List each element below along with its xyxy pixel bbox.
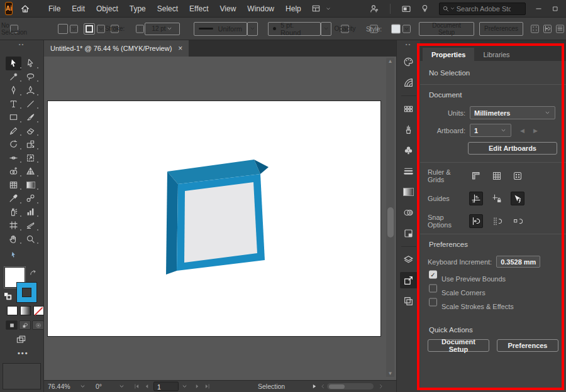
panel-icon-swatches[interactable] xyxy=(400,101,418,117)
chevron-down-icon[interactable] xyxy=(321,22,331,36)
edit-toolbar-ellipsis[interactable]: ••• xyxy=(18,349,29,357)
document-setup-button[interactable]: Document Setup xyxy=(428,339,489,352)
horizontal-scroll-thumb[interactable] xyxy=(329,384,345,389)
variable-width-profile-dropdown[interactable]: Uniform xyxy=(194,22,247,36)
draw-behind-button[interactable] xyxy=(19,320,31,330)
last-artboard-icon[interactable] xyxy=(204,383,211,390)
draw-inside-button[interactable] xyxy=(32,320,44,330)
stock-search-input[interactable] xyxy=(455,4,512,13)
draw-normal-button[interactable] xyxy=(6,320,18,330)
horizontal-scrollbar[interactable] xyxy=(327,383,374,389)
tool-perspective-grid[interactable] xyxy=(23,165,38,178)
dock-grip-dots[interactable]: •• xyxy=(0,41,43,47)
tool-pen[interactable] xyxy=(6,84,21,97)
panel-icon-color[interactable] xyxy=(400,53,418,70)
stroke-color-swatch[interactable] xyxy=(84,23,95,35)
panel-icon-symbols[interactable] xyxy=(400,142,418,158)
preferences-button[interactable]: Preferences xyxy=(497,339,558,352)
tool-lasso[interactable] xyxy=(23,70,38,84)
menu-effect[interactable]: Effect xyxy=(184,4,214,13)
show-guides-button[interactable] xyxy=(469,192,483,205)
tool-hand[interactable] xyxy=(6,232,21,246)
checkbox-use-preview-bounds[interactable]: ✓ xyxy=(429,271,437,279)
share-for-review-icon[interactable] xyxy=(369,4,379,14)
minimize-button[interactable] xyxy=(531,0,547,17)
tool-direct-selection[interactable] xyxy=(23,57,38,70)
tool-rectangle[interactable] xyxy=(6,111,21,124)
tool-magic-wand[interactable] xyxy=(6,70,21,84)
tool-free-transform[interactable] xyxy=(23,151,38,165)
menu-edit[interactable]: Edit xyxy=(66,4,91,13)
tool-paintbrush[interactable] xyxy=(23,111,38,124)
stroke-weight-dropdown[interactable]: 12 pt xyxy=(145,23,180,35)
scroll-right-icon[interactable] xyxy=(377,383,384,390)
menu-view[interactable]: View xyxy=(214,4,242,13)
artboard-navigation-field[interactable]: 1 xyxy=(153,382,179,391)
panel-icon-artboards[interactable] xyxy=(400,293,418,309)
status-expand-icon[interactable] xyxy=(311,383,318,390)
checkbox-scale-strokes-effects[interactable] xyxy=(429,298,437,307)
tool-gradient[interactable] xyxy=(23,178,38,192)
style-swatch[interactable] xyxy=(391,24,401,33)
tool-symbol-sprayer[interactable] xyxy=(6,205,21,219)
panel-icon-color-guide[interactable] xyxy=(400,74,418,90)
tool-mesh[interactable] xyxy=(6,178,21,192)
tool-eyedropper[interactable] xyxy=(6,192,21,205)
menu-file[interactable]: File xyxy=(43,4,66,13)
rotation-value[interactable]: 0° xyxy=(96,383,102,390)
default-fill-stroke-icon[interactable] xyxy=(3,291,12,300)
pixel-grid-button[interactable] xyxy=(511,169,524,183)
smart-guides-button[interactable] xyxy=(511,192,524,205)
vertical-scrollbar[interactable]: ▲ ▼ xyxy=(386,58,394,377)
panel-icon-transparency[interactable] xyxy=(400,204,418,220)
chevron-down-icon[interactable] xyxy=(325,6,331,12)
snap-options-icon[interactable] xyxy=(543,24,552,33)
vertical-scroll-thumb[interactable] xyxy=(387,207,394,237)
preferences-button[interactable]: Preferences xyxy=(479,22,523,36)
checkbox-scale-corners[interactable] xyxy=(429,285,437,293)
menu-type[interactable]: Type xyxy=(124,4,152,13)
illustrator-app-icon[interactable]: Ai xyxy=(5,2,13,15)
zoom-level[interactable]: 76.44% xyxy=(48,383,70,390)
canvas[interactable]: ▲ ▼ xyxy=(44,57,396,380)
tool-selection[interactable] xyxy=(6,57,21,70)
menu-window[interactable]: Window xyxy=(241,4,280,13)
artwork-3d-square[interactable] xyxy=(164,157,274,280)
fill-color-swatch[interactable] xyxy=(58,24,68,34)
scroll-down-icon[interactable]: ▼ xyxy=(386,371,394,376)
tool-type[interactable] xyxy=(6,97,21,111)
opacity-link[interactable]: Opacity xyxy=(341,24,349,33)
gradient-mode-button[interactable] xyxy=(20,306,31,315)
next-artboard-icon[interactable] xyxy=(194,383,201,390)
chevron-down-icon[interactable] xyxy=(402,24,411,33)
stock-search-box[interactable] xyxy=(439,3,526,15)
document-setup-button[interactable]: Document Setup xyxy=(419,22,474,36)
keyboard-increment-field[interactable]: 0.3528 mm xyxy=(496,256,540,268)
edit-artboards-button[interactable]: Edit Artboards xyxy=(468,142,557,155)
chevron-down-icon[interactable] xyxy=(118,383,125,390)
chevron-down-icon[interactable] xyxy=(79,383,86,390)
stroke-proxy-swatch[interactable] xyxy=(17,283,36,302)
snap-to-point-button[interactable] xyxy=(469,214,483,228)
tool-artboard[interactable] xyxy=(6,219,21,232)
tool-rotate[interactable] xyxy=(6,138,21,151)
chevron-down-icon[interactable] xyxy=(247,22,258,36)
panel-icon-graphic-styles[interactable] xyxy=(400,225,418,241)
panel-icon-brushes[interactable] xyxy=(400,121,418,138)
menu-object[interactable]: Object xyxy=(91,4,124,13)
scroll-left-icon[interactable] xyxy=(319,383,326,390)
dock-grip-dots[interactable]: •• xyxy=(397,41,420,47)
tool-shaper[interactable] xyxy=(6,124,21,138)
tool-shape-builder[interactable] xyxy=(6,165,21,178)
none-mode-button[interactable] xyxy=(33,306,44,315)
swap-fill-stroke-icon[interactable] xyxy=(29,269,37,277)
tool-blend[interactable] xyxy=(23,192,38,205)
lock-guides-button[interactable] xyxy=(490,192,504,205)
previous-artboard-icon[interactable]: ◀ xyxy=(520,128,524,134)
panel-icon-gradient[interactable] xyxy=(400,183,418,200)
tool-slice[interactable] xyxy=(23,219,38,232)
stroke-panel-link[interactable]: Stroke: xyxy=(111,24,119,33)
chevron-down-icon[interactable] xyxy=(450,6,455,11)
discover-lightbulb-icon[interactable] xyxy=(420,4,430,13)
tab-libraries[interactable]: Libraries xyxy=(474,48,518,61)
